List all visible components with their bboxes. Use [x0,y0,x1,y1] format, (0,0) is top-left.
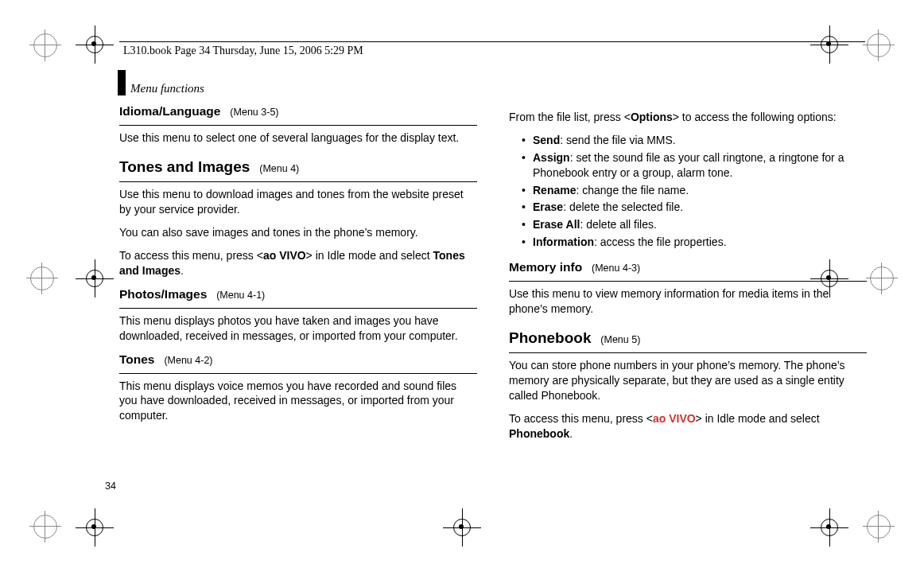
option-desc: : delete all files. [580,218,657,231]
reg-mark-br [810,508,848,547]
text: . [569,427,573,440]
option-desc: : delete the selected file. [563,200,683,213]
phonebook-p1: You can store phone numbers in your phon… [509,358,867,403]
softkey-ao-vivo: ao VIVO [263,249,306,262]
list-item: Send: send the file via MMS. [522,133,867,148]
text: To access this menu, press < [119,249,263,262]
text: > in Idle mode and select [696,412,820,425]
tones-images-p1: Use this menu to download images and ton… [119,187,477,217]
tones-images-p2: You can also save images and tones in th… [119,225,477,240]
option-name: Erase [533,200,563,213]
left-column: Menu functions Idioma/Language (Menu 3-5… [119,73,477,449]
right-column: From the file list, press <Options> to a… [509,73,867,449]
heading-photos: Photos/Images (Menu 4-1) [119,286,477,303]
options-list: Send: send the file via MMS. Assign: set… [509,133,867,250]
crop-circle-tr [867,33,891,57]
option-name: Send [533,134,560,146]
rule [119,125,477,126]
option-desc: : change the file name. [576,184,689,197]
option-desc: : set the sound file as your call ringto… [533,151,844,179]
menu-name: Phonebook [509,427,569,440]
option-name: Erase All [533,218,580,231]
heading-memory-title: Memory info [509,260,582,274]
text: > to access the following options: [673,111,837,123]
heading-photos-ref: (Menu 4-1) [216,290,265,301]
heading-tones-title: Tones [119,352,155,366]
heading-memory-ref: (Menu 4-3) [592,263,640,274]
list-item: Rename: change the file name. [522,183,867,198]
option-name: Assign [533,151,570,164]
memory-body: Use this menu to view memory information… [509,286,867,317]
reg-mark-bc [443,508,481,547]
crop-circle-ml [30,267,54,290]
section-label: Menu functions [130,80,204,96]
page-number: 34 [105,481,116,492]
rule [119,308,477,309]
crop-circle-br [867,515,891,539]
heading-idioma-ref: (Menu 3-5) [230,107,278,118]
heading-phonebook-title: Phonebook [509,329,591,346]
reg-mark-tl [76,25,114,64]
heading-idioma: Idioma/Language (Menu 3-5) [119,103,477,120]
heading-tones-images-ref: (Menu 4) [259,163,299,174]
section-header: Menu functions [119,73,477,97]
reg-mark-ml [76,259,114,298]
crop-circle-mr [870,267,894,290]
list-item: Erase: delete the selected file. [522,200,867,215]
option-name: Information [533,235,594,248]
heading-tones-images-title: Tones and Images [119,158,250,175]
tones-images-p3: To access this menu, press <ao VIVO> in … [119,248,477,278]
page-content: Menu functions Idioma/Language (Menu 3-5… [119,73,867,449]
list-item: Assign: set the sound file as your call … [522,150,867,181]
tones-body: This menu displays voice memos you have … [119,379,477,424]
option-name: Rename [533,184,576,197]
page-header: L310.book Page 34 Thursday, June 15, 200… [123,45,363,57]
section-marker-icon [118,70,126,95]
heading-tones-ref: (Menu 4-2) [164,355,212,366]
text: To access this menu, press < [509,412,653,425]
idioma-body: Use this menu to select one of several l… [119,130,477,146]
text: From the file list, press < [509,111,631,123]
reg-mark-tr [810,25,848,64]
rule [509,281,867,282]
heading-phonebook-ref: (Menu 5) [600,334,640,345]
heading-idioma-title: Idioma/Language [119,104,220,118]
heading-photos-title: Photos/Images [119,287,207,301]
heading-tones: Tones (Menu 4-2) [119,352,477,368]
heading-phonebook: Phonebook (Menu 5) [509,328,867,348]
phonebook-p2: To access this menu, press <ao VIVO> in … [509,411,867,442]
photos-body: This menu displays photos you have taken… [119,313,477,344]
header-rule [119,41,865,42]
crop-circle-bl [33,515,57,539]
list-item: Information: access the file properties. [522,235,867,250]
rule [119,373,477,374]
heading-memory: Memory info (Menu 4-3) [509,259,867,276]
reg-mark-bl [76,508,114,547]
softkey-options: Options [631,111,673,123]
crop-circle-tl [33,33,57,57]
options-intro: From the file list, press <Options> to a… [509,110,867,125]
softkey-ao-vivo: ao VIVO [653,412,696,425]
list-item: Erase All: delete all files. [522,217,867,232]
text: . [181,264,184,277]
text: > in Idle mode and select [306,249,433,262]
option-desc: : access the file properties. [594,235,727,248]
rule [509,352,867,353]
option-desc: : send the file via MMS. [560,134,676,146]
rule [119,181,477,182]
heading-tones-images: Tones and Images (Menu 4) [119,157,477,177]
